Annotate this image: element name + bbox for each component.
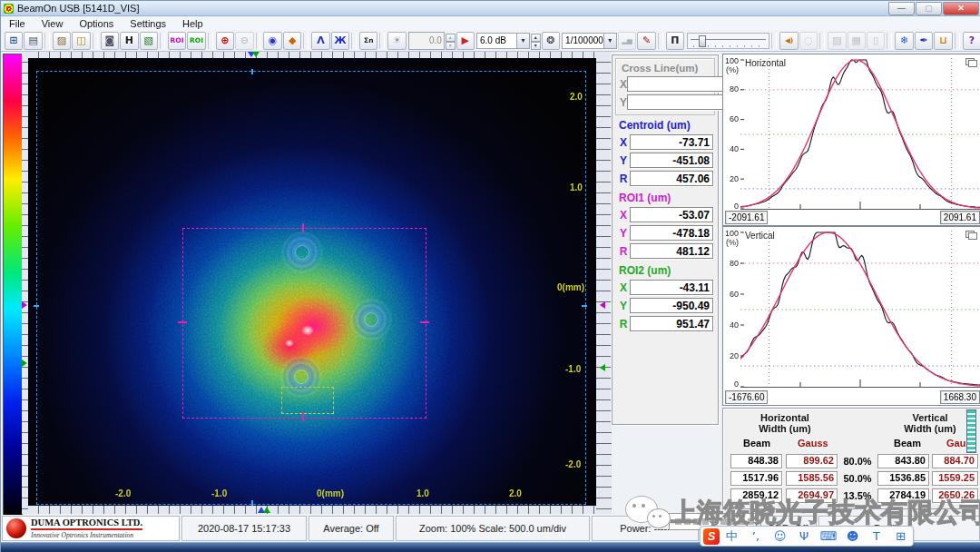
position-slider[interactable] [687,33,769,49]
vertical-width-header: VerticalWidth (um) [879,412,980,434]
centroid-marker-left-icon[interactable] [22,301,27,309]
sogou-logo-icon[interactable]: S [703,528,720,545]
cross-profiles-button[interactable]: Ж [331,32,349,50]
exit-button[interactable]: ◫ [72,32,90,50]
soft-keyboard-icon[interactable]: ⌨ [817,529,841,543]
roi2-button[interactable]: ROI [187,32,205,50]
y-unit: (%) [723,238,739,247]
roi2-marker-top-icon[interactable] [252,52,260,57]
sum-frames-button[interactable]: Σn [359,32,377,50]
duma-logo: DUMA OPTRONICS LTD. Innovative Optronics… [2,516,180,541]
fill-bucket-button[interactable]: ⊔ [934,32,952,50]
voice-input-icon[interactable]: Ψ [792,529,817,543]
camera-button[interactable]: ◙ [101,32,119,50]
roi1-r-label: R [617,245,630,258]
settings-gear-button[interactable]: ❂ [542,32,560,50]
toolbar-separator [256,33,261,49]
roi1-tick [178,321,187,323]
gain-spinner[interactable]: ▴▾ [531,34,541,48]
toolbar-separator [160,33,165,49]
menu-help[interactable]: Help [174,18,211,29]
y-tick: 40 [723,320,739,330]
zoom-in-button[interactable]: ⊕ [216,32,234,50]
minimize-button[interactable]: — [888,2,915,15]
sound-button[interactable]: ◀) [779,32,798,50]
menu-view[interactable]: View [34,18,72,29]
pulse-button[interactable]: Π [666,32,684,50]
annotate-button[interactable]: ✎ [637,32,655,50]
ink-flask-button[interactable]: ✒ [915,32,933,50]
h-beam-50: 1517.96 [730,471,782,486]
h-beam-13: 2859.12 [730,488,782,503]
help-button[interactable]: ? [963,32,980,50]
cascade-windows-icon[interactable] [965,58,977,67]
top-ruler [28,52,596,58]
app-icon [4,4,14,14]
menu-settings[interactable]: Settings [122,18,174,29]
toolbar-separator [658,33,663,49]
h-gauss-50: 1585.56 [786,471,838,486]
roi1-tick [420,321,429,323]
roi2-x-value: -43.11 [630,280,713,295]
freeze-button[interactable]: ❄ [895,32,913,50]
zoom-out-button: ⊖ [235,32,253,50]
maximize-button: ▢ [916,2,942,15]
roi2-marker-left-icon[interactable] [22,360,27,367]
copy-page-button: ▨ [828,32,846,50]
v-beam-50: 1536.85 [877,471,929,486]
print-button[interactable]: ▤ [24,32,42,50]
toolbar-separator [208,33,213,49]
outline-tick [34,305,39,307]
roi2-rectangle[interactable] [281,387,334,414]
ellipse-button[interactable]: ◉ [263,32,281,50]
x-axis-label: -1.0 [211,488,227,498]
level-13: 13.5% [839,490,876,501]
capture-ring-button: ◌ [799,32,818,50]
toolbar-separator [93,33,98,49]
vertical-profile-chart: Vertical 100 (%) 80 60 40 20 0 -1676.60 … [722,226,980,406]
roi1-button[interactable]: ROI [168,32,186,50]
close-button[interactable]: ✕ [943,2,979,15]
punctuation-icon[interactable]: ’, [744,529,769,543]
centroid-x-label: X [617,136,630,149]
centroid-marker-right-icon[interactable] [600,301,605,309]
open-report-button[interactable]: ⊞ [5,32,23,50]
cross-line-group: Cross Line(um) X Y [615,58,715,115]
vertical-chart-title: Vertical [745,231,775,241]
menu-options[interactable]: Options [71,18,122,29]
status-zoom-scale: Zoom: 100% Scale: 500.0 um/div [396,516,590,541]
menu-file[interactable]: File [1,18,34,29]
roi2-marker-right-icon[interactable] [600,364,605,371]
table-scrollbar[interactable] [966,409,976,453]
roi2-marker-bottom-icon[interactable] [263,507,270,513]
chinese-mode-icon[interactable]: 中 [720,528,744,545]
y-tick: 60 [723,290,739,299]
power-scale-select[interactable]: 1/100000▾ [562,33,617,49]
y-axis-label: 1.0 [570,182,583,192]
gain-marker-button[interactable]: ▶ [456,32,475,50]
centroid-r-value: 457.06 [630,171,713,186]
toolbar: ⊞▤▨◫◙H▧ROIROI⊕⊖◉◆ΛЖΣn☀▴▾▶6.0 dB▾▴▾❂1/100… [1,30,980,52]
account-icon[interactable]: ☻ [840,529,865,543]
properties-button[interactable]: ▨ [53,32,71,50]
company-name: DUMA OPTRONICS LTD. [31,518,142,530]
laser-point-button[interactable]: ☀ [387,32,406,50]
y-tick: 100 [723,56,739,65]
gauss-fit-button[interactable]: Λ [311,32,329,50]
cross-line-title: Cross Line(um) [622,63,710,74]
image-view-button[interactable]: ▧ [140,32,158,50]
x-min-box: -2091.61 [725,211,768,224]
cascade-windows-icon[interactable] [965,231,977,240]
x-axis-label: -2.0 [115,488,131,498]
toolbox-icon[interactable]: ⊞ [888,529,913,543]
vertical-profile-plot [740,227,980,389]
freeze-frame-button[interactable]: H [120,32,138,50]
menu-bar: File View Options Settings Help [1,16,980,31]
view-3d-button[interactable]: ◆ [283,32,301,50]
skin-icon[interactable]: T [865,529,889,543]
y-unit: (%) [723,65,739,74]
beam-display[interactable]: -2.0 -1.0 0(mm) 1.0 2.0 2.0 1.0 0(mm) -1… [28,58,596,506]
data-table-button: ▦ [848,32,866,50]
gain-select[interactable]: 6.0 dB▾ [476,33,530,49]
emoji-icon[interactable]: ☺ [768,529,792,543]
